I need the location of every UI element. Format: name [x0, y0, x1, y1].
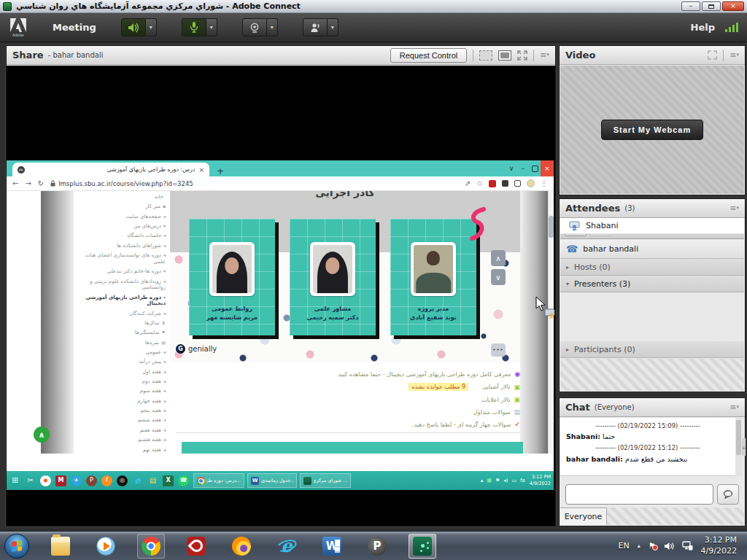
- staff-card-project-manager[interactable]: مدیر پروژهنوید شفیع آبادی: [390, 219, 476, 335]
- back-icon[interactable]: ←: [12, 179, 18, 187]
- adblock-extension-icon[interactable]: [489, 180, 496, 187]
- webcam-button[interactable]: [242, 18, 267, 36]
- slide-next-button[interactable]: ∨: [491, 269, 506, 285]
- sidebar-link[interactable]: ◂شرکت کنندگان: [78, 311, 166, 317]
- genially-brand[interactable]: G genially: [176, 344, 217, 354]
- connect-tray-icon[interactable]: ▦: [487, 478, 492, 483]
- slide-previous-button[interactable]: ∧: [491, 250, 506, 266]
- restore-button[interactable]: [702, 1, 721, 11]
- telegram-icon[interactable]: ✈: [71, 475, 82, 486]
- sidebar-link[interactable]: ◂شوراهای دانشکده ها: [78, 243, 166, 249]
- excel-icon[interactable]: X: [163, 475, 174, 486]
- whatsapp-icon[interactable]: ☎: [178, 475, 189, 486]
- hosts-group-row[interactable]: ▸ Hosts (0): [560, 259, 744, 276]
- browser-restore-icon[interactable]: [529, 163, 541, 174]
- sidebar-link[interactable]: خانه: [78, 194, 166, 201]
- word-task-button[interactable]: W ..جدول زمانبندی: [247, 473, 297, 488]
- presenter-row[interactable]: Shabani: [560, 218, 744, 234]
- tab-search-dropdown-icon[interactable]: ∨: [506, 163, 517, 174]
- word-icon[interactable]: W: [318, 534, 346, 559]
- page-scrollbar-thumb[interactable]: [549, 216, 554, 238]
- genially-more-button[interactable]: •••: [491, 343, 506, 357]
- recorder-icon[interactable]: ◉: [40, 475, 51, 486]
- url-field[interactable]: lmsplus.sbu.ac.ir/course/view.php?id=324…: [50, 180, 193, 187]
- chrome-icon[interactable]: [137, 534, 165, 559]
- new-tab-button[interactable]: +: [217, 166, 224, 176]
- close-button[interactable]: ×: [722, 1, 744, 11]
- microphone-dropdown[interactable]: ▾: [206, 18, 217, 36]
- maktabkhooneh-icon[interactable]: M: [55, 475, 66, 486]
- browser-tab[interactable]: m درس: دوره طراحي بازيهاي آموزشي ×: [12, 163, 209, 176]
- sidebar-link[interactable]: ◂هفته دوم: [78, 378, 166, 385]
- sidebar-link[interactable]: ◂هفته اول: [78, 369, 166, 376]
- acrobat-icon[interactable]: [182, 534, 210, 559]
- chrome-task-button[interactable]: ...درس: دوره طرا: [193, 473, 244, 488]
- bookmark-star-icon[interactable]: ☆: [476, 179, 483, 187]
- pod-resize-grip[interactable]: ≡: [742, 438, 746, 456]
- sidebar-link[interactable]: ◂هفته ششم: [78, 417, 166, 424]
- sidebar-link[interactable]: ◂هفته پنجم: [78, 408, 166, 414]
- browser-menu-icon[interactable]: ⋮: [541, 179, 548, 187]
- media-player-icon[interactable]: [92, 534, 120, 559]
- quiz-link[interactable]: ✔ سوالات چهار گزینه ای - لطفا پاسخ دهید.: [176, 421, 520, 428]
- pod-menu-icon[interactable]: ≡▾: [540, 50, 549, 60]
- fullscreen-icon[interactable]: [517, 50, 527, 61]
- ie-icon[interactable]: e: [132, 475, 143, 486]
- webcam-dropdown[interactable]: ▾: [267, 18, 278, 36]
- sidebar-link[interactable]: ♛مدال‌ها: [78, 320, 166, 327]
- adobe-connect-icon[interactable]: [409, 534, 436, 559]
- ie-icon[interactable]: e: [273, 534, 301, 559]
- request-control-button[interactable]: Request Control: [390, 48, 468, 63]
- layout-original-size-icon[interactable]: [479, 50, 492, 61]
- sidebar-link[interactable]: ▪میز کار: [78, 203, 166, 210]
- file-explorer-icon[interactable]: [47, 534, 74, 559]
- sidebar-link[interactable]: ◂صفحه‌های سایت: [78, 214, 166, 220]
- sidebar-link[interactable]: ◂هفته سوم: [78, 388, 166, 394]
- connection-signal-icon[interactable]: [725, 23, 738, 32]
- status-dropdown[interactable]: ▾: [328, 18, 338, 36]
- file-explorer-icon[interactable]: ▤: [147, 475, 158, 486]
- microphone-button[interactable]: [182, 18, 206, 36]
- speaker-dropdown[interactable]: ▾: [146, 18, 157, 36]
- tray-expand-icon[interactable]: ▴: [481, 478, 484, 483]
- sidebar-link[interactable]: ◂رویدادهای دانشکده علوم تربیتی و روانشنا…: [78, 279, 166, 292]
- raise-hand-button[interactable]: [303, 18, 328, 36]
- reload-icon[interactable]: ↻: [38, 179, 44, 187]
- speaker-button[interactable]: [121, 18, 146, 36]
- firefox-icon[interactable]: f: [101, 475, 112, 486]
- staff-card-scientific-advisor[interactable]: مشاور علمیدکتر سمیه رحیمی: [290, 219, 376, 335]
- chat-input[interactable]: [565, 484, 713, 505]
- sidebar-link[interactable]: ▾دوره ها-خانم دکتر بندعلی: [78, 268, 166, 275]
- sidebar-link[interactable]: ◂هفته نهم: [78, 447, 166, 454]
- start-webcam-button[interactable]: Start My Webcam: [601, 120, 704, 140]
- course-intro-link[interactable]: ◉ معرفی کامل دوره طراحی بازیهای آموزشی د…: [176, 370, 520, 378]
- sidebar-link[interactable]: ⚑شایستگی‌ها: [78, 330, 166, 336]
- attendees-pod-menu-icon[interactable]: ≡▾: [729, 203, 739, 213]
- flag-icon[interactable]: ⚑: [495, 478, 500, 483]
- tray-expand-icon[interactable]: ▴: [638, 542, 640, 549]
- participants-group-row[interactable]: ▸ Participants (0): [560, 341, 744, 358]
- meeting-menu[interactable]: Meeting: [53, 22, 96, 33]
- obs-icon[interactable]: ◎: [117, 475, 128, 486]
- action-center-flag-icon[interactable]: ⚑: [649, 541, 656, 551]
- chat-send-button[interactable]: [717, 484, 739, 505]
- sidebar-link[interactable]: ▾دوره طراحي بازيهاي آموزشي ديجيتال: [78, 295, 166, 308]
- psiphon-icon[interactable]: P: [86, 475, 97, 486]
- profile-avatar-icon[interactable]: [527, 179, 535, 187]
- sidebar-toggle-icon[interactable]: [514, 180, 521, 187]
- everyone-tab[interactable]: Everyone: [560, 508, 607, 525]
- scroll-to-top-button[interactable]: ∧: [34, 427, 50, 443]
- share-page-icon[interactable]: ⇗: [465, 179, 471, 187]
- extension-icon[interactable]: [502, 180, 508, 187]
- forward-icon[interactable]: →: [25, 179, 31, 187]
- connect-task-button[interactable]: ... شوراي مركزي: [300, 473, 351, 488]
- browser-minimize-icon[interactable]: –: [517, 163, 529, 174]
- firefox-icon[interactable]: [228, 534, 255, 559]
- presenters-group-row[interactable]: ▾ Presenters (3): [560, 276, 744, 292]
- intro-forum-link[interactable]: ▣ تالار آشنایی 9 مطلب خوانده نشده: [176, 383, 520, 391]
- sidebar-link[interactable]: ◂هفته هفتم: [78, 427, 166, 434]
- start-icon[interactable]: ⊞: [9, 475, 20, 486]
- taskbar-clock[interactable]: 3:12 PM4/9/2022: [701, 535, 737, 557]
- chat-scrollbar-thumb[interactable]: [736, 420, 741, 455]
- staff-card-public-relations[interactable]: روابط عمومیمریم شایسته مهر: [189, 219, 275, 335]
